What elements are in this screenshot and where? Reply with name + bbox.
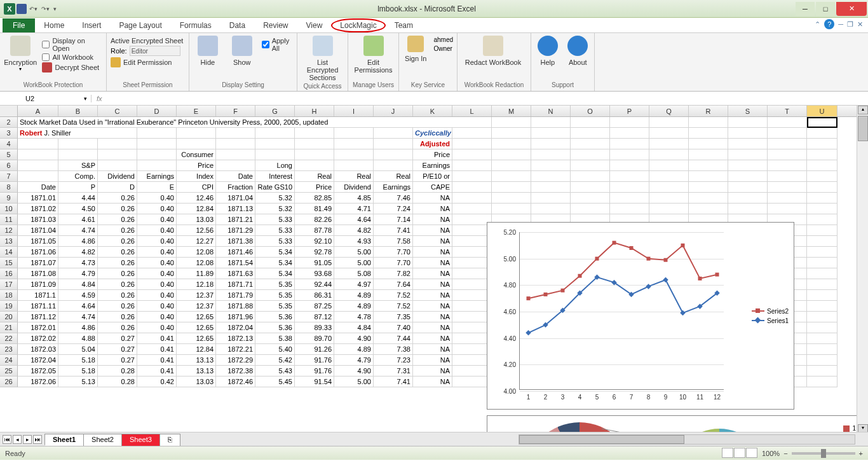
cell[interactable]: CPI: [177, 182, 216, 193]
cell[interactable]: [98, 128, 137, 139]
cell[interactable]: 0.26: [98, 290, 137, 301]
cell[interactable]: 91.05: [295, 258, 334, 268]
cell[interactable]: Dividend: [98, 171, 137, 182]
cell[interactable]: [216, 139, 255, 149]
list-encrypted-button[interactable]: List Encrypted Sections: [301, 36, 344, 81]
cell[interactable]: [374, 128, 413, 139]
cell[interactable]: Price: [177, 160, 216, 171]
cell[interactable]: [452, 117, 492, 128]
cell[interactable]: 1872.13: [216, 333, 255, 344]
cell[interactable]: [531, 128, 571, 139]
cell[interactable]: 4.89: [334, 290, 374, 301]
cell[interactable]: [807, 193, 837, 204]
col-header[interactable]: J: [374, 106, 413, 116]
cell[interactable]: 4.44: [58, 193, 98, 204]
close-button[interactable]: ✕: [836, 2, 867, 16]
cell[interactable]: 1872.06: [18, 377, 58, 387]
cell[interactable]: [807, 247, 837, 258]
cell[interactable]: [452, 344, 492, 355]
cell[interactable]: [452, 355, 492, 366]
cell[interactable]: 91.76: [295, 366, 334, 377]
cell[interactable]: [216, 160, 255, 171]
cell[interactable]: 0.26: [98, 322, 137, 333]
cell[interactable]: [452, 236, 492, 247]
cell[interactable]: 5.34: [255, 247, 295, 258]
cell[interactable]: [137, 160, 177, 171]
cell[interactable]: [728, 160, 768, 171]
cell[interactable]: [452, 182, 492, 193]
cell[interactable]: NA: [413, 225, 452, 236]
save-icon[interactable]: [17, 4, 27, 14]
cell[interactable]: 12.37: [177, 290, 216, 301]
cell[interactable]: 92.78: [295, 247, 334, 258]
cell[interactable]: [531, 160, 571, 171]
cell[interactable]: 0.26: [98, 225, 137, 236]
cell[interactable]: [571, 117, 610, 128]
cell[interactable]: NA: [413, 333, 452, 344]
cell[interactable]: [452, 247, 492, 258]
cell[interactable]: [768, 160, 807, 171]
cell[interactable]: NA: [413, 258, 452, 268]
cell[interactable]: [531, 117, 571, 128]
cell[interactable]: [452, 214, 492, 225]
cell[interactable]: [18, 149, 58, 160]
cell[interactable]: NA: [413, 290, 452, 301]
hide-button[interactable]: Hide: [193, 36, 222, 66]
cell[interactable]: [492, 193, 531, 204]
cell[interactable]: 1871.09: [18, 279, 58, 290]
cell[interactable]: [492, 128, 531, 139]
cell[interactable]: 12.08: [177, 258, 216, 268]
cell[interactable]: [649, 149, 689, 160]
cell[interactable]: [452, 160, 492, 171]
cell[interactable]: 12.37: [177, 301, 216, 312]
cell[interactable]: [610, 128, 649, 139]
tab-page-layout[interactable]: Page Layout: [110, 18, 170, 32]
cell[interactable]: NA: [413, 204, 452, 214]
cell[interactable]: 0.41: [137, 344, 177, 355]
cell[interactable]: 1871.13: [216, 204, 255, 214]
cell[interactable]: 5.38: [255, 333, 295, 344]
cell[interactable]: [98, 149, 137, 160]
cell[interactable]: [177, 139, 216, 149]
cell[interactable]: [137, 149, 177, 160]
cell[interactable]: [768, 204, 807, 214]
cell[interactable]: [492, 204, 531, 214]
cell[interactable]: [531, 204, 571, 214]
minimize-button[interactable]: ─: [796, 2, 815, 16]
cell[interactable]: [807, 312, 837, 322]
cell[interactable]: 0.40: [137, 236, 177, 247]
cell[interactable]: 5.18: [58, 366, 98, 377]
col-header[interactable]: E: [177, 106, 216, 116]
cell[interactable]: 12.08: [177, 247, 216, 258]
cell[interactable]: [216, 128, 255, 139]
cell[interactable]: [768, 128, 807, 139]
cell[interactable]: 5.43: [255, 366, 295, 377]
cell[interactable]: Interest: [255, 171, 295, 182]
cell[interactable]: 0.40: [137, 322, 177, 333]
zoom-out-icon[interactable]: −: [783, 450, 787, 457]
cell[interactable]: 1871.04: [216, 193, 255, 204]
tab-formulas[interactable]: Formulas: [171, 18, 220, 32]
row-header[interactable]: 19: [0, 301, 18, 312]
cell[interactable]: 4.74: [58, 225, 98, 236]
encryption-button[interactable]: Encryption ▾: [4, 36, 37, 72]
cell[interactable]: 13.03: [177, 377, 216, 387]
cell[interactable]: 1872.29: [216, 355, 255, 366]
cell[interactable]: 5.33: [255, 214, 295, 225]
cell[interactable]: 1871.29: [216, 225, 255, 236]
cell[interactable]: [177, 128, 216, 139]
cell[interactable]: Adjusted: [413, 139, 452, 149]
cell[interactable]: 89.33: [295, 322, 334, 333]
row-header[interactable]: 6: [0, 160, 18, 171]
cell[interactable]: [807, 225, 837, 236]
cell[interactable]: 7.64: [374, 279, 413, 290]
role-input[interactable]: [130, 46, 180, 56]
cell[interactable]: 7.82: [374, 268, 413, 279]
col-header[interactable]: U: [807, 106, 837, 116]
vertical-scrollbar[interactable]: ▴ ▾: [857, 106, 868, 433]
cell[interactable]: 4.86: [58, 236, 98, 247]
cell[interactable]: [452, 268, 492, 279]
cell[interactable]: [610, 171, 649, 182]
cell[interactable]: 12.84: [177, 204, 216, 214]
cell[interactable]: 0.28: [98, 366, 137, 377]
